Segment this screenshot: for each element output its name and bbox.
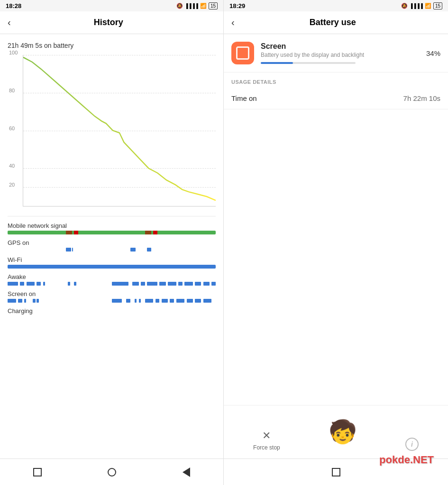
battery-use-screen: 18:29 🔕 ▐▐▐▐ 📶 15 ‹ Battery use Screen B… <box>224 0 448 485</box>
gps-row: GPS on <box>8 239 216 251</box>
info-icon: i <box>405 438 419 451</box>
wifi-bar <box>8 265 216 269</box>
watermark-avatar: 🧒 <box>324 413 362 451</box>
watermark-character: 🧒 <box>329 419 357 445</box>
app-icon-inner <box>236 46 249 60</box>
battery-use-header: ‹ Battery use <box>224 11 448 34</box>
app-name: Screen <box>261 42 421 51</box>
wifi-icon: 📶 <box>200 3 207 9</box>
force-stop-button[interactable]: ✕ Force stop <box>253 429 280 451</box>
grid-label-20: 20 <box>9 182 15 188</box>
left-bottom-nav <box>0 458 223 485</box>
usage-bar-background <box>261 62 356 64</box>
back-button[interactable] <box>180 466 193 479</box>
grid-label-100: 100 <box>9 50 18 55</box>
right-battery-icon: 15 <box>433 2 442 9</box>
wifi-label: Wi-Fi <box>8 256 216 263</box>
right-recents-button[interactable] <box>329 466 343 479</box>
home-icon <box>108 468 116 476</box>
app-info-row: Screen Battery used by the display and b… <box>224 34 448 72</box>
battery-history-chart: 100 80 60 40 20 <box>23 55 216 207</box>
history-title: History <box>18 18 199 27</box>
home-button[interactable] <box>105 466 119 479</box>
battery-duration-label: 21h 49m 5s on battery <box>8 42 216 49</box>
time-on-row: Time on 7h 22m 10s <box>224 88 448 109</box>
charging-bar <box>8 316 216 320</box>
battery-drain-line <box>23 57 216 200</box>
left-status-bar: 18:28 🔕 ▐▐▐▐ 📶 15 <box>0 0 223 11</box>
signal-icon: ▐▐▐▐ <box>185 3 198 9</box>
grid-label-40: 40 <box>9 163 15 169</box>
awake-bar <box>8 282 216 286</box>
charging-label: Charging <box>8 307 216 314</box>
back-icon <box>183 467 190 477</box>
force-stop-icon: ✕ <box>260 429 273 442</box>
recents-icon <box>33 468 42 476</box>
screen-on-row: Screen on <box>8 290 216 303</box>
right-bottom-actions: ✕ Force stop 🧒 i <box>224 405 448 458</box>
right-spacer <box>224 109 448 405</box>
notification-silence-icon: 🔕 <box>176 3 183 9</box>
right-wifi-icon: 📶 <box>425 3 431 9</box>
info-button[interactable]: i <box>405 438 419 451</box>
screen-on-label: Screen on <box>8 290 216 297</box>
gps-bar <box>8 248 216 251</box>
screen-on-bar <box>8 299 216 303</box>
mobile-network-row: Mobile network signal <box>8 222 216 234</box>
battery-chart-svg <box>23 55 216 206</box>
right-bottom-nav <box>224 458 448 485</box>
grid-label-60: 60 <box>9 126 15 131</box>
force-stop-label: Force stop <box>253 444 280 451</box>
wifi-row: Wi-Fi <box>8 256 216 269</box>
charging-row: Charging <box>8 307 216 320</box>
history-header: ‹ History <box>0 11 223 34</box>
awake-row: Awake <box>8 273 216 286</box>
battery-icon: 15 <box>209 2 218 9</box>
time-on-value: 7h 22m 10s <box>403 94 440 102</box>
right-recents-icon <box>332 468 340 476</box>
history-content: 21h 49m 5s on battery 100 80 60 40 20 <box>0 34 223 458</box>
right-status-bar: 18:29 🔕 ▐▐▐▐ 📶 15 <box>224 0 448 11</box>
right-signal-icon: ▐▐▐▐ <box>410 3 423 9</box>
right-notification-icon: 🔕 <box>401 3 408 9</box>
time-on-label: Time on <box>231 94 257 102</box>
recents-button[interactable] <box>31 466 44 479</box>
app-info-text: Screen Battery used by the display and b… <box>261 42 421 64</box>
history-back-button[interactable]: ‹ <box>8 17 11 28</box>
signal-section: Mobile network signal GPS on <box>8 216 216 320</box>
app-description: Battery used by the display and backligh… <box>261 52 421 58</box>
usage-details-header: USAGE DETAILS <box>224 72 448 88</box>
grid-label-80: 80 <box>9 88 15 93</box>
left-status-icons: 🔕 ▐▐▐▐ 📶 15 <box>176 2 218 9</box>
right-status-icons: 🔕 ▐▐▐▐ 📶 15 <box>401 2 442 9</box>
mobile-network-label: Mobile network signal <box>8 222 216 229</box>
app-percent: 34% <box>426 49 440 57</box>
app-icon <box>231 42 254 64</box>
usage-bar-wrapper <box>261 62 421 64</box>
history-screen: 18:28 🔕 ▐▐▐▐ 📶 15 ‹ History 21h 49m 5s o… <box>0 0 224 485</box>
gps-label: GPS on <box>8 239 216 246</box>
left-time: 18:28 <box>6 2 21 9</box>
battery-use-back-button[interactable]: ‹ <box>231 17 235 28</box>
usage-bar-fill <box>261 62 293 64</box>
right-time: 18:29 <box>229 2 245 9</box>
battery-use-title: Battery use <box>242 18 423 27</box>
awake-label: Awake <box>8 273 216 280</box>
mobile-network-bar <box>8 231 216 234</box>
